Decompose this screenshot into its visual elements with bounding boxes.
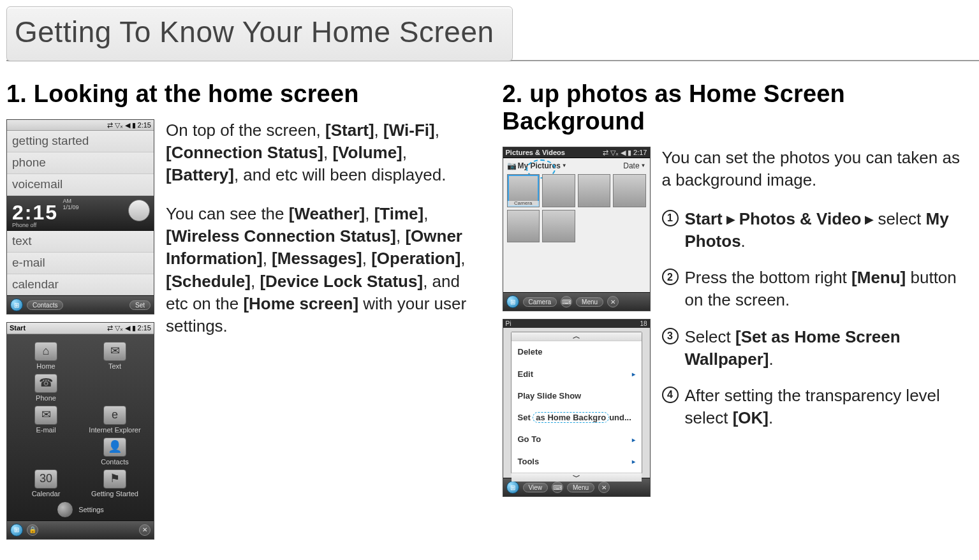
home-row: text bbox=[7, 231, 154, 253]
start-icon: ⊞ bbox=[10, 524, 23, 536]
text-icon: ✉ bbox=[103, 342, 126, 361]
softkey-menu: Menu bbox=[576, 297, 603, 307]
sort-dropdown: Date ▼ bbox=[623, 162, 645, 170]
home-row: phone bbox=[7, 152, 154, 174]
screenshot-menu-popup: Pi18 ︿ Delete Edit▸ Play Slide Show Set … bbox=[503, 319, 651, 497]
ie-icon: e bbox=[103, 406, 126, 425]
signal-icon: ▽ₓ bbox=[610, 149, 619, 156]
settings-label: Settings bbox=[78, 506, 104, 513]
step-3: 3 Select [Set as Home Screen Wallpaper]. bbox=[662, 326, 973, 371]
calendar-icon: 30 bbox=[34, 469, 57, 489]
step-number: 2 bbox=[662, 269, 679, 285]
menu-item-goto: Go To▸ bbox=[512, 429, 642, 450]
thumbnail bbox=[613, 174, 646, 207]
start-item: ⚑Getting Started bbox=[84, 468, 146, 499]
thumbnail bbox=[507, 210, 540, 243]
analog-clock-icon bbox=[128, 200, 150, 221]
start-title: Start bbox=[10, 324, 26, 332]
thumbnail bbox=[542, 210, 575, 243]
triangle-right-icon: ▶ bbox=[865, 212, 874, 227]
start-item: ✉Text bbox=[84, 341, 146, 371]
menu-item-set-background: Set as Home Background... bbox=[512, 407, 642, 429]
phone-icon: ☎ bbox=[34, 374, 57, 393]
status-time: 2:17 bbox=[633, 149, 647, 156]
softkey-camera: Camera bbox=[523, 297, 557, 307]
submenu-icon: ▸ bbox=[632, 371, 635, 378]
start-icon: ⊞ bbox=[10, 298, 23, 311]
thumbnail-camera: Camera bbox=[507, 174, 540, 207]
thumbnail bbox=[542, 174, 575, 207]
step-1: 1 Start▶Photos & Video▶select My Photos. bbox=[662, 208, 973, 253]
step-number: 1 bbox=[662, 210, 679, 226]
screenshot-start-menu: Start ⇄ ▽ₓ ◀ ▮ 2:15 ⌂Home ✉Text ☎Phone bbox=[6, 322, 154, 540]
paragraph-1: On top of the screen, [Start], [Wi-Fi], … bbox=[166, 119, 477, 186]
close-icon: ✕ bbox=[607, 296, 619, 307]
start-item: ☎Phone bbox=[15, 372, 77, 403]
softkey-menu: Menu bbox=[567, 483, 594, 492]
contacts-icon: 👤 bbox=[103, 438, 126, 457]
page-title: Getting To Know Your Home Screen bbox=[6, 6, 513, 61]
battery-icon: ▮ bbox=[132, 324, 136, 332]
intro-paragraph: You can set the photos you can taken as … bbox=[662, 147, 973, 191]
chevron-down-icon: ▼ bbox=[562, 163, 567, 169]
clock-date: 1/1/09 bbox=[63, 204, 78, 210]
thumbnail bbox=[578, 174, 611, 207]
lock-icon: 🔒 bbox=[27, 524, 38, 536]
submenu-icon: ▸ bbox=[632, 436, 635, 443]
clock-time: 2:15 bbox=[12, 201, 58, 224]
connectivity-icon: ⇄ bbox=[107, 324, 113, 332]
gear-icon bbox=[57, 501, 73, 518]
step-4: 4 After setting the transparency level s… bbox=[662, 385, 973, 429]
folder-dropdown: 📷 My Pictures ▼ bbox=[507, 162, 567, 170]
section-heading-left: 1. Looking at the home screen bbox=[6, 80, 477, 108]
battery-icon: ▮ bbox=[132, 121, 136, 129]
start-icon: ⊞ bbox=[506, 295, 519, 308]
softkey-set: Set bbox=[129, 300, 151, 310]
softkey-view: View bbox=[523, 483, 548, 492]
home-row: calendar bbox=[7, 274, 154, 296]
home-row: voicemail bbox=[7, 174, 154, 196]
home-clock-panel: 2:15 AM1/1/09 Phone off bbox=[7, 196, 154, 231]
email-icon: ✉ bbox=[34, 406, 57, 425]
status-time: 2:15 bbox=[138, 324, 151, 332]
step-2: 2 Press the bottom right [Menu] button o… bbox=[662, 267, 973, 311]
screenshot-pictures: Pictures & Videos ⇄ ▽ₓ ◀ ▮ 2:17 📷 My Pic… bbox=[503, 147, 651, 311]
start-item: ✉E-mail bbox=[15, 404, 77, 435]
start-item: 👤Contacts bbox=[84, 436, 146, 467]
paragraph-2: You can see the [Weather], [Time], [Wire… bbox=[166, 203, 477, 337]
start-item: ⌂Home bbox=[15, 341, 77, 371]
getting-started-icon: ⚑ bbox=[103, 469, 126, 489]
connectivity-icon: ⇄ bbox=[107, 121, 113, 129]
clock-ampm: AM bbox=[63, 198, 71, 204]
phone-status: Phone off bbox=[12, 223, 149, 229]
scroll-down-icon: ﹀ bbox=[512, 473, 642, 482]
signal-icon: ▽ₓ bbox=[115, 324, 123, 332]
keyboard-icon: ⌨ bbox=[552, 482, 563, 493]
home-row: getting started bbox=[7, 131, 154, 152]
chevron-down-icon: ▼ bbox=[641, 163, 646, 169]
start-item: 30Calendar bbox=[15, 468, 77, 499]
step-number: 4 bbox=[662, 387, 679, 403]
submenu-icon: ▸ bbox=[632, 458, 635, 465]
volume-icon: ◀ bbox=[125, 121, 130, 129]
start-icon: ⊞ bbox=[506, 481, 519, 494]
close-icon: ✕ bbox=[139, 524, 151, 536]
home-icon: ⌂ bbox=[34, 342, 57, 361]
home-row: e-mail bbox=[7, 253, 154, 274]
connectivity-icon: ⇄ bbox=[603, 149, 608, 156]
triangle-right-icon: ▶ bbox=[726, 212, 735, 227]
status-time: 2:15 bbox=[138, 121, 151, 129]
pictures-title: Pictures & Videos bbox=[506, 149, 565, 156]
battery-icon: ▮ bbox=[628, 149, 631, 156]
menu-item-delete: Delete bbox=[512, 341, 642, 363]
menu-item-edit: Edit▸ bbox=[512, 364, 642, 385]
screenshot-home-list: ⇄ ▽ₓ ◀ ▮ 2:15 getting started phone voic… bbox=[6, 119, 154, 314]
keyboard-icon: ⌨ bbox=[561, 296, 572, 307]
start-item: eInternet Explorer bbox=[84, 404, 146, 435]
scroll-up-icon: ︿ bbox=[512, 332, 642, 341]
volume-icon: ◀ bbox=[125, 324, 130, 332]
softkey-contacts: Contacts bbox=[27, 300, 63, 310]
close-icon: ✕ bbox=[598, 482, 610, 493]
section-heading-right: 2. up photos as Home Screen Background bbox=[503, 80, 973, 135]
menu-item-slideshow: Play Slide Show bbox=[512, 385, 642, 407]
